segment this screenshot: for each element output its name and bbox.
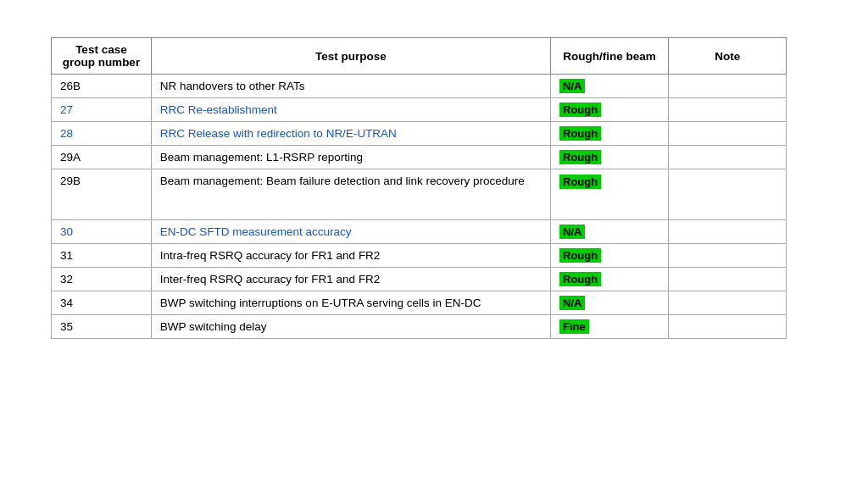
table-row-purpose: BWP switching delay	[151, 315, 550, 339]
table-row-group: 29B	[52, 169, 152, 220]
beam-badge: Rough	[559, 103, 601, 117]
beam-badge: Rough	[559, 126, 601, 141]
table-row-beam: Rough	[551, 244, 669, 268]
table-row-note	[669, 122, 787, 146]
table-row-note	[669, 169, 787, 220]
header-group: Test casegroup number	[52, 38, 152, 75]
table-row-note	[669, 220, 787, 244]
table-row-note	[669, 315, 787, 339]
beam-badge: Rough	[559, 150, 601, 164]
beam-table: Test casegroup number Test purpose Rough…	[51, 37, 787, 339]
table-row-beam: Rough	[551, 169, 669, 220]
table-row-note	[669, 146, 787, 169]
table-row-beam: N/A	[551, 220, 669, 244]
beam-badge: N/A	[559, 79, 585, 93]
table-row-purpose: RRC Release with redirection to NR/E-UTR…	[151, 122, 550, 146]
table-row-group: 35	[52, 315, 152, 339]
table-row-group: 32	[52, 268, 152, 291]
table-row-beam: N/A	[551, 291, 669, 315]
table-row-purpose: RRC Re-establishment	[151, 98, 550, 122]
table-row-group: 31	[52, 244, 152, 268]
table-row-beam: N/A	[551, 75, 669, 98]
table-row-note	[669, 268, 787, 291]
table-row-group: 30	[52, 220, 152, 244]
beam-badge: Rough	[559, 248, 601, 263]
table-row-group: 28	[52, 122, 152, 146]
table-row-beam: Fine	[551, 315, 669, 339]
beam-badge: Rough	[559, 175, 601, 189]
table-row-purpose: Intra-freq RSRQ accuracy for FR1 and FR2	[151, 244, 550, 268]
table-row-note	[669, 75, 787, 98]
table-row-beam: Rough	[551, 146, 669, 169]
table-row-group: 34	[52, 291, 152, 315]
table-row-purpose: Inter-freq RSRQ accuracy for FR1 and FR2	[151, 268, 550, 291]
table-row-purpose: NR handovers to other RATs	[151, 75, 550, 98]
table-row-group: 27	[52, 98, 152, 122]
table-row-group: 29A	[52, 146, 152, 169]
table-row-purpose: Beam management: Beam failure detection …	[151, 169, 550, 220]
beam-badge: Fine	[559, 319, 589, 334]
beam-badge: N/A	[559, 296, 585, 310]
header-beam: Rough/fine beam	[551, 38, 669, 75]
table-row-beam: Rough	[551, 98, 669, 122]
beam-badge: N/A	[559, 225, 585, 239]
header-purpose: Test purpose	[151, 38, 550, 75]
table-row-beam: Rough	[551, 122, 669, 146]
table-row-beam: Rough	[551, 268, 669, 291]
table-row-note	[669, 291, 787, 315]
table-row-purpose: Beam management: L1-RSRP reporting	[151, 146, 550, 169]
table-row-purpose: BWP switching interruptions on E-UTRA se…	[151, 291, 550, 315]
table-row-purpose: EN-DC SFTD measurement accuracy	[151, 220, 550, 244]
beam-badge: Rough	[559, 272, 601, 286]
table-row-note	[669, 98, 787, 122]
header-note: Note	[669, 38, 787, 75]
table-row-group: 26B	[52, 75, 152, 98]
table-row-note	[669, 244, 787, 268]
